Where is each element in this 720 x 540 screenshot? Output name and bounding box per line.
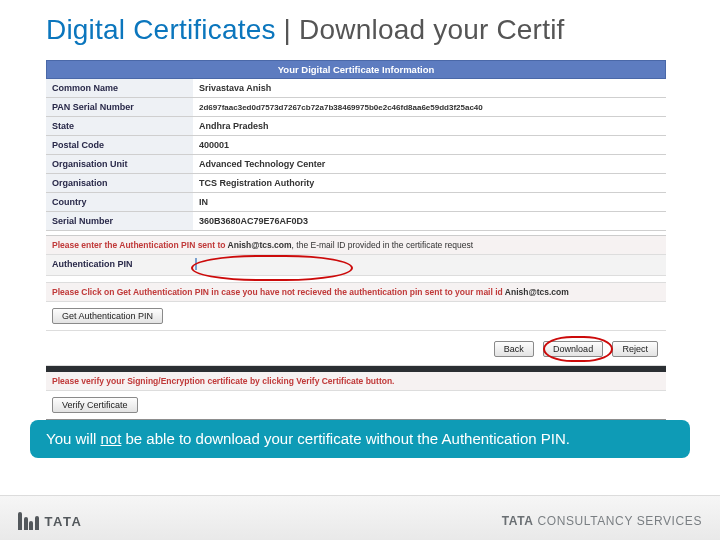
instruction-email: Anish@tcs.com	[228, 240, 292, 250]
field-value: Advanced Technology Center	[193, 155, 666, 174]
action-bar: Back Download Reject	[46, 331, 666, 366]
verify-instruction-text: Please verify your Signing/Encryption ce…	[52, 376, 394, 386]
title-part2: Download your Certif	[299, 14, 564, 45]
verify-certificate-button[interactable]: Verify Certificate	[52, 397, 138, 413]
tip-banner: You will not be able to download your ce…	[30, 420, 690, 458]
verify-instruction: Please verify your Signing/Encryption ce…	[46, 372, 666, 391]
field-value: TCS Registration Authority	[193, 174, 666, 193]
page-title: Digital Certificates | Download your Cer…	[0, 0, 720, 56]
brand-services: SERVICES	[637, 514, 702, 528]
field-label: Serial Number	[46, 212, 193, 231]
reject-button[interactable]: Reject	[612, 341, 658, 357]
title-sep: |	[276, 14, 299, 45]
table-row: OrganisationTCS Registration Authority	[46, 174, 666, 193]
tip-underlined: not	[100, 430, 121, 447]
table-row: Postal Code400001	[46, 136, 666, 155]
field-label: Organisation Unit	[46, 155, 193, 174]
tip-post: be able to download your certificate wit…	[121, 430, 570, 447]
tata-logo-icon	[18, 512, 39, 530]
field-value: Andhra Pradesh	[193, 117, 666, 136]
instruction-suffix: , the E-mail ID provided in the certific…	[292, 240, 473, 250]
footer-brand: TATA CONSULTANCY SERVICES	[502, 514, 702, 528]
verify-button-row: Verify Certificate	[46, 391, 666, 420]
table-row: CountryIN	[46, 193, 666, 212]
instruction-email: Anish@tcs.com	[505, 287, 569, 297]
table-row: PAN Serial Number2d697faac3ed0d7573d7267…	[46, 98, 666, 117]
download-button[interactable]: Download	[543, 341, 603, 357]
get-authentication-pin-button[interactable]: Get Authentication PIN	[52, 308, 163, 324]
table-row: StateAndhra Pradesh	[46, 117, 666, 136]
get-pin-button-row: Get Authentication PIN	[46, 302, 666, 331]
field-label: PAN Serial Number	[46, 98, 193, 117]
field-label: Common Name	[46, 79, 193, 98]
tata-logo-text: TATA	[45, 514, 83, 529]
table-row: Serial Number360B3680AC79E76AF0D3	[46, 212, 666, 231]
field-value: 2d697faac3ed0d7573d7267cb72a7b38469975b0…	[193, 98, 666, 117]
field-label: Postal Code	[46, 136, 193, 155]
footer-left: TATA	[18, 512, 82, 530]
field-value: 360B3680AC79E76AF0D3	[193, 212, 666, 231]
auth-pin-label: Authentication PIN	[52, 259, 177, 269]
get-pin-instruction: Please Click on Get Authentication PIN i…	[46, 283, 666, 302]
footer: TATA TATA CONSULTANCY SERVICES	[0, 495, 720, 540]
auth-pin-instruction: Please enter the Authentication PIN sent…	[46, 236, 666, 255]
field-label: Organisation	[46, 174, 193, 193]
tip-pre: You will	[46, 430, 100, 447]
panel-banner: Your Digital Certificate Information	[46, 60, 666, 79]
auth-pin-input[interactable]	[195, 258, 197, 270]
table-row: Common NameSrivastava Anish	[46, 79, 666, 98]
field-value: Srivastava Anish	[193, 79, 666, 98]
certificate-info-table: Common NameSrivastava Anish PAN Serial N…	[46, 79, 666, 231]
field-label: Country	[46, 193, 193, 212]
table-row: Organisation UnitAdvanced Technology Cen…	[46, 155, 666, 174]
title-part1: Digital Certificates	[46, 14, 276, 45]
instruction-prefix: Please enter the Authentication PIN sent…	[52, 240, 228, 250]
divider	[46, 276, 666, 283]
field-label: State	[46, 117, 193, 136]
auth-pin-row: Authentication PIN	[46, 255, 666, 276]
back-button[interactable]: Back	[494, 341, 534, 357]
certificate-info-panel: Your Digital Certificate Information Com…	[46, 60, 666, 420]
field-value: IN	[193, 193, 666, 212]
instruction-prefix: Please Click on Get Authentication PIN i…	[52, 287, 505, 297]
field-value: 400001	[193, 136, 666, 155]
brand-tata: TATA	[502, 514, 534, 528]
brand-consultancy: CONSULTANCY	[534, 514, 637, 528]
